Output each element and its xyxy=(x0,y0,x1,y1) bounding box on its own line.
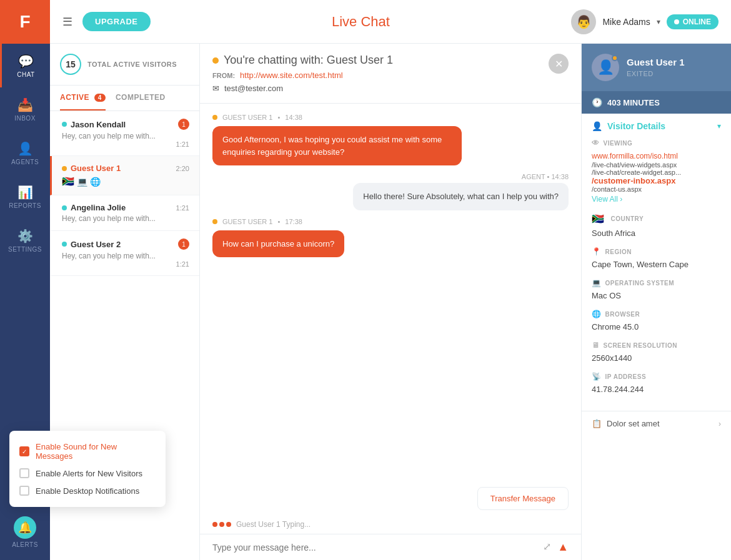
online-status-badge[interactable]: ONLINE xyxy=(667,14,719,29)
guest-status-dot xyxy=(612,55,618,61)
sidebar-item-settings[interactable]: ⚙️ SETTINGS xyxy=(0,219,50,262)
time-row: 🕐 403 MINUTES xyxy=(582,91,731,114)
visitor-message: Hey, can you help me with... xyxy=(62,132,189,140)
typing-text: Guest User 1 Typing... xyxy=(236,520,311,529)
chat-area: You're chatting with: Guest User 1 FROM:… xyxy=(200,44,581,560)
chat-input-row: ⤢ ▲ xyxy=(212,541,569,554)
screen-value: 2560x1440 xyxy=(592,353,632,363)
screen-icon: 🖥 xyxy=(592,341,600,350)
os-label: 💻 OPERATING SYSTEM xyxy=(592,278,721,287)
tab-active[interactable]: ACTIVE 4 xyxy=(60,86,106,111)
sidebar-item-reports[interactable]: 📊 REPORTS xyxy=(0,175,50,219)
screen-detail-group: 🖥 SCREEN RESOLUTION 2560x1440 xyxy=(592,341,721,363)
dolor-section[interactable]: 📋 Dolor set amet › xyxy=(582,411,731,436)
notif-alerts-item[interactable]: Enable Alerts for New Visitors xyxy=(50,464,156,482)
notif-desktop-item[interactable]: Enable Desktop Notifications xyxy=(50,482,156,499)
status-dot xyxy=(62,166,67,171)
message-group: AGENT • 14:38 Hello there! Sure Absolute… xyxy=(212,173,569,210)
reports-icon: 📊 xyxy=(17,185,33,200)
sidebar-item-label: SETTINGS xyxy=(8,246,42,253)
user-dropdown-icon[interactable]: ▾ xyxy=(657,17,660,26)
visitor-alert-badge: 1 xyxy=(178,238,189,250)
from-label: FROM: xyxy=(212,72,235,79)
message-group: GUEST USER 1 • 14:38 Good Afternoon, I w… xyxy=(212,114,569,165)
typing-dots xyxy=(212,522,231,527)
topbar-user: 👨 Mike Adams ▾ ONLINE xyxy=(571,9,719,34)
agents-icon: 👤 xyxy=(17,141,33,156)
inbox-icon: 📥 xyxy=(17,97,33,112)
dolor-text: 📋 Dolor set amet xyxy=(592,419,660,428)
visitor-name: Jason Kendall xyxy=(71,120,126,129)
visitor-time: 1:21 xyxy=(176,204,189,212)
expand-icon[interactable]: ⤢ xyxy=(543,541,551,554)
close-chat-button[interactable]: ✕ xyxy=(549,54,569,74)
ip-value: 41.78.244.244 xyxy=(592,385,644,394)
settings-icon: ⚙️ xyxy=(17,228,33,243)
sender-dot xyxy=(212,115,217,120)
list-item[interactable]: Guest User 1 2:20 🇿🇦 💻 🌐 xyxy=(50,156,199,195)
message-group: GUEST USER 1 • 17:38 How can I purchase … xyxy=(212,218,569,258)
transfer-message-button[interactable]: Transfer Message xyxy=(477,487,569,510)
topbar: ☰ UPGRADE Live Chat 👨 Mike Adams ▾ ONLIN… xyxy=(50,0,731,44)
region-value: Cape Town, Western Cape xyxy=(592,260,689,269)
status-dot xyxy=(62,242,67,247)
visitor-details-section: 👤 Visitor Details ▾ 👁 VIEWING www.formil… xyxy=(582,114,731,411)
visitor-panel: 15 TOTAL ACTIVE VISITORS ACTIVE 4 COMPLE… xyxy=(50,44,200,560)
message-sender: AGENT • 14:38 xyxy=(522,173,569,180)
visitor-header: 15 TOTAL ACTIVE VISITORS xyxy=(50,44,199,86)
sidebar-item-label: REPORTS xyxy=(9,202,41,209)
browser-label: 🌐 BROWSER xyxy=(592,310,721,318)
chevron-down-icon: ▾ xyxy=(717,122,721,130)
sidebar-item-agents[interactable]: 👤 AGENTS xyxy=(0,131,50,175)
list-item[interactable]: Guest User 2 1 Hey, can you help me with… xyxy=(50,231,199,276)
sidebar-item-alerts[interactable]: 🔔 ALERTS xyxy=(0,510,50,554)
chat-header-info: You're chatting with: Guest User 1 FROM:… xyxy=(212,54,393,93)
from-url-link[interactable]: http://www.site.com/test.html xyxy=(240,71,343,80)
upgrade-button[interactable]: UPGRADE xyxy=(82,12,151,31)
viewing-url-4[interactable]: /customer-inbox.aspx xyxy=(592,176,721,185)
screen-label: 🖥 SCREEN RESOLUTION xyxy=(592,341,721,350)
country-label: 🇿🇦 COUNTRY xyxy=(592,213,721,225)
ip-detail-group: 📡 IP ADDRESS 41.78.244.244 xyxy=(592,372,721,395)
sidebar-item-chat[interactable]: 💬 CHAT xyxy=(0,44,50,87)
location-icon: 📍 xyxy=(592,247,602,256)
region-detail-group: 📍 REGION Cape Town, Western Cape xyxy=(592,247,721,270)
chat-input-area: ⤢ ▲ xyxy=(200,534,581,560)
notification-popup: ✓ Enable Sound for New Messages Enable A… xyxy=(50,431,166,507)
sidebar-item-inbox[interactable]: 📥 INBOX xyxy=(0,87,50,131)
list-item[interactable]: Jason Kendall 1 Hey, can you help me wit… xyxy=(50,111,199,156)
visitor-tabs: ACTIVE 4 COMPLETED xyxy=(50,86,199,111)
viewing-url-2: /live-chat/view-widgets.aspx xyxy=(592,161,721,169)
status-dot xyxy=(62,122,67,127)
chat-email-row: ✉ test@tester.com xyxy=(212,84,393,93)
guest-avatar: 👤 xyxy=(592,54,619,81)
region-label: 📍 REGION xyxy=(592,247,721,256)
tab-completed[interactable]: COMPLETED xyxy=(116,86,166,111)
guest-name: Guest User 1 xyxy=(627,57,685,67)
viewing-url-1[interactable]: www.formilla.com/iso.html xyxy=(592,152,678,160)
list-item[interactable]: Angelina Jolie 1:21 Hey, can you help me… xyxy=(50,195,199,231)
view-all-link[interactable]: View All › xyxy=(592,195,622,204)
logo-icon: F xyxy=(19,12,30,32)
person-icon: 👤 xyxy=(592,121,602,131)
section-header[interactable]: 👤 Visitor Details ▾ xyxy=(592,121,721,131)
menu-icon[interactable]: ☰ xyxy=(62,15,72,29)
sidebar-item-label: AGENTS xyxy=(11,159,39,165)
main-content: ☰ UPGRADE Live Chat 👨 Mike Adams ▾ ONLIN… xyxy=(50,0,731,560)
guest-exited-label: EXITED xyxy=(627,70,654,77)
sidebar-item-label: INBOX xyxy=(14,115,36,122)
visitor-alert-badge: 1 xyxy=(178,119,189,130)
os-detail-group: 💻 OPERATING SYSTEM Mac OS xyxy=(592,278,721,301)
avatar: 👨 xyxy=(571,9,596,34)
notif-sound-item[interactable]: ✓ Enable Sound for New Messages xyxy=(50,438,156,464)
dolor-icon: 📋 xyxy=(592,419,602,428)
browser-value: Chrome 45.0 xyxy=(592,322,639,332)
send-icon[interactable]: ▲ xyxy=(557,541,569,554)
message-sender: GUEST USER 1 • 14:38 xyxy=(212,114,569,121)
chat-input[interactable] xyxy=(212,543,543,553)
notif-alerts-label: Enable Alerts for New Visitors xyxy=(50,469,142,478)
message-bubble-guest: Good Afternoon, I was hoping you could a… xyxy=(212,126,462,165)
browser-icon: 🌐 xyxy=(90,177,101,187)
right-panel: 👤 Guest User 1 EXITED 🕐 403 MINUTES xyxy=(581,44,731,560)
chat-icon: 💬 xyxy=(18,54,34,69)
